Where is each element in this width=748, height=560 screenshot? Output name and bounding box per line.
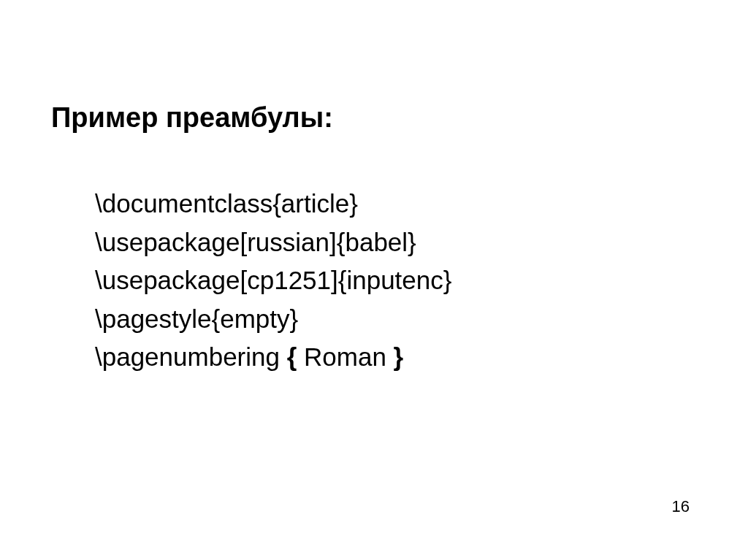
code-line-5-prefix: \pagenumbering xyxy=(95,342,287,371)
code-block: \documentclass{article} \usepackage[russ… xyxy=(51,185,697,377)
code-line-1: \documentclass{article} xyxy=(95,185,697,223)
code-line-5-content: Roman xyxy=(297,342,393,371)
code-line-3: \usepackage[cp1251]{inputenc} xyxy=(95,261,697,300)
slide-container: Пример преамбулы: \documentclass{article… xyxy=(0,0,748,560)
code-line-4: \pagestyle{empty} xyxy=(95,300,697,339)
code-line-5: \pagenumbering { Roman } xyxy=(95,338,697,377)
page-number: 16 xyxy=(672,497,690,516)
code-line-5-brace-open: { xyxy=(287,342,297,371)
slide-title: Пример преамбулы: xyxy=(51,102,697,134)
code-line-5-brace-close: } xyxy=(394,342,404,371)
code-line-2: \usepackage[russian]{babel} xyxy=(95,223,697,262)
